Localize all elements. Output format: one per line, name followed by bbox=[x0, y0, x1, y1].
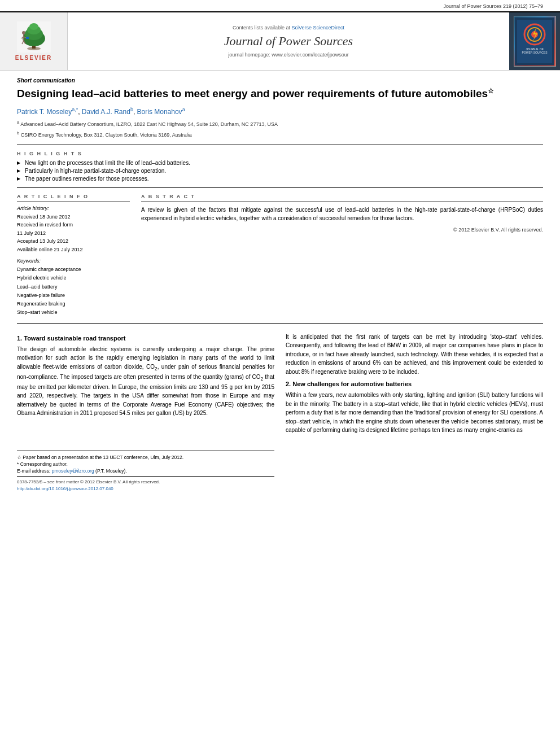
affiliations-section: a Advanced Lead–Acid Battery Consortium,… bbox=[17, 119, 543, 139]
section2-body: Within a few years, new automobiles with… bbox=[286, 391, 543, 435]
info-col-divider bbox=[17, 202, 130, 202]
section1-heading: 1. Toward sustainable road transport bbox=[17, 335, 274, 342]
keyword-1: Dynamic charge acceptance bbox=[17, 265, 130, 274]
sciverse-link[interactable]: SciVerse ScienceDirect bbox=[292, 25, 345, 30]
history-dates: Received 18 June 2012 Received in revise… bbox=[17, 213, 130, 254]
issn-text: 0378-7753/$ – see front matter © 2012 El… bbox=[17, 479, 160, 493]
page-wrapper: Journal of Power Sources 219 (2012) 75–7… bbox=[0, 0, 560, 747]
journal-title-center: Contents lists available at SciVerse Sci… bbox=[68, 12, 509, 70]
highlight-item: New light on the processes that limit th… bbox=[17, 160, 543, 166]
sciverse-prefix: Contents lists available at bbox=[233, 25, 290, 30]
svg-point-6 bbox=[29, 23, 38, 30]
sciverse-line: Contents lists available at SciVerse Sci… bbox=[233, 25, 344, 30]
journal-ref-bar: Journal of Power Sources 219 (2012) 75–7… bbox=[0, 0, 560, 11]
article-type: Short communication bbox=[17, 77, 543, 84]
elsevier-brand-text: ELSEVIER bbox=[15, 55, 52, 61]
section1-title: Toward sustainable road transport bbox=[24, 335, 125, 342]
email-link[interactable]: pmoseley@ilzro.org bbox=[51, 468, 94, 474]
author-2-sup: b bbox=[130, 107, 133, 112]
date-revised-label: Received in revised form bbox=[17, 221, 130, 229]
divider-1 bbox=[17, 145, 543, 145]
abstract-col-divider bbox=[141, 202, 543, 202]
journal-homepage: journal homepage: www.elsevier.com/locat… bbox=[228, 52, 349, 58]
journal-cover-image: JOURNAL OF POWER SOURCES bbox=[514, 16, 556, 67]
keyword-2: Hybrid electric vehicle bbox=[17, 274, 130, 282]
journal-reference: Journal of Power Sources 219 (2012) 75–7… bbox=[443, 3, 543, 9]
journal-main-title: Journal of Power Sources bbox=[224, 34, 353, 49]
section1-right-body: It is anticipated that the first rank of… bbox=[286, 333, 543, 377]
keywords-label: Keywords: bbox=[17, 258, 130, 264]
footnotes-section: ☆ Paper based on a presentation at the 1… bbox=[17, 451, 274, 474]
highlights-list: New light on the processes that limit th… bbox=[17, 160, 543, 182]
keywords-list: Dynamic charge acceptance Hybrid electri… bbox=[17, 265, 130, 317]
abstract-label: A B S T R A C T bbox=[141, 194, 543, 199]
issn-line: 0378-7753/$ – see front matter © 2012 El… bbox=[17, 479, 160, 486]
divider-2 bbox=[17, 187, 543, 188]
svg-text:POWER SOURCES: POWER SOURCES bbox=[522, 51, 548, 54]
keyword-4: Negative-plate failure bbox=[17, 291, 130, 300]
footer-bottom: 0378-7753/$ – see front matter © 2012 El… bbox=[17, 476, 274, 493]
article-body: Short communication Designing lead–acid … bbox=[0, 77, 560, 493]
date-received: Received 18 June 2012 bbox=[17, 213, 130, 221]
star-footnote: ☆ Paper based on a presentation at the 1… bbox=[17, 455, 274, 460]
copyright-line: © 2012 Elsevier B.V. All rights reserved… bbox=[141, 227, 543, 233]
abstract-text: A review is given of the factors that mi… bbox=[141, 206, 543, 222]
svg-point-2 bbox=[27, 47, 41, 50]
asterisk-footnote: * Corresponding author. bbox=[17, 461, 274, 467]
info-abstract-section: A R T I C L E I N F O Article history: R… bbox=[17, 194, 543, 317]
article-info-label: A R T I C L E I N F O bbox=[17, 194, 130, 199]
affiliation-a: a Advanced Lead–Acid Battery Consortium,… bbox=[17, 119, 543, 129]
section2-number: 2. bbox=[286, 381, 291, 387]
section2-heading: 2. New challenges for automotive batteri… bbox=[286, 381, 543, 387]
abstract-col: A B S T R A C T A review is given of the… bbox=[141, 194, 543, 317]
date-online: Available online 21 July 2012 bbox=[17, 246, 130, 254]
elsevier-logo-section: ELSEVIER bbox=[0, 12, 68, 70]
affiliation-b: b CSIRO Energy Technology, Box 312, Clay… bbox=[17, 130, 543, 139]
keyword-3: Lead–acid battery bbox=[17, 283, 130, 291]
section2-title: New challenges for automotive batteries bbox=[292, 381, 412, 387]
divider-3 bbox=[17, 323, 543, 324]
svg-point-7 bbox=[22, 31, 25, 34]
email-footnote: E-mail address: pmoseley@ilzro.org (P.T.… bbox=[17, 468, 274, 474]
section1-body: The design of automobile electric system… bbox=[17, 345, 274, 418]
author-3-name: Boris Monahov bbox=[137, 108, 182, 116]
highlights-label: H I G H L I G H T S bbox=[17, 151, 543, 156]
author-1-sup: a,* bbox=[72, 107, 78, 112]
article-title-text: Designing lead–acid batteries to meet en… bbox=[17, 88, 488, 99]
date-accepted: Accepted 13 July 2012 bbox=[17, 237, 130, 245]
authors-line: Patrick T. Moseleya,*, David A.J. Randb,… bbox=[17, 107, 543, 116]
history-label: Article history: bbox=[17, 206, 130, 211]
journal-cover-section: JOURNAL OF POWER SOURCES bbox=[509, 12, 560, 70]
keyword-5: Regenerative braking bbox=[17, 300, 130, 308]
svg-rect-13 bbox=[26, 37, 29, 39]
highlight-item: Particularly in high-rate partial-state-… bbox=[17, 168, 543, 174]
doi-link[interactable]: http://dx.doi.org/10.1016/j.jpowsour.201… bbox=[17, 486, 113, 491]
article-title: Designing lead–acid batteries to meet en… bbox=[17, 87, 543, 101]
date-revised: 11 July 2012 bbox=[17, 229, 130, 237]
title-star: ☆ bbox=[488, 87, 494, 95]
author-3-sup: a bbox=[182, 107, 185, 112]
main-content: 1. Toward sustainable road transport The… bbox=[17, 333, 543, 493]
section1-number: 1. bbox=[17, 335, 22, 342]
highlight-item: The paper outlines remedies for those pr… bbox=[17, 176, 543, 182]
email-person: (P.T. Moseley). bbox=[95, 468, 127, 474]
content-col-left: 1. Toward sustainable road transport The… bbox=[17, 333, 274, 493]
author-2-name: David A.J. Rand bbox=[82, 108, 130, 116]
elsevier-tree-icon bbox=[17, 21, 51, 53]
keyword-6: Stop–start vehicle bbox=[17, 308, 130, 317]
journal-header: ELSEVIER Contents lists available at Sci… bbox=[0, 11, 560, 71]
content-col-right: It is anticipated that the first rank of… bbox=[286, 333, 543, 493]
article-info-col: A R T I C L E I N F O Article history: R… bbox=[17, 194, 130, 317]
author-1-name: Patrick T. Moseley bbox=[17, 108, 72, 116]
email-label: E-mail address: bbox=[17, 468, 50, 474]
